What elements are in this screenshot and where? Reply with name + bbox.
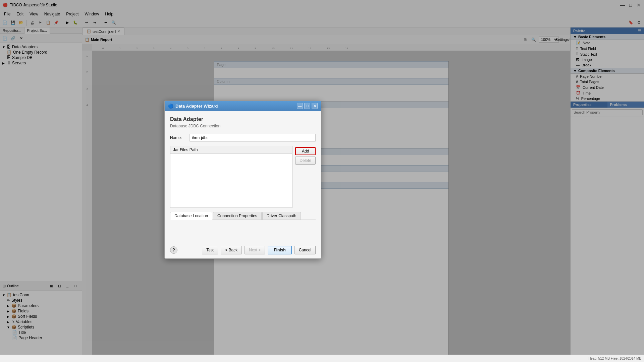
- dialog-tabs-strip: Database Location Connection Properties …: [170, 212, 316, 220]
- jar-section-container: Jar Files Path Add Delete: [170, 146, 316, 208]
- dialog-description: Database JDBC Connection: [170, 124, 316, 128]
- name-label: Name:: [170, 135, 187, 140]
- name-field-row: Name:: [170, 134, 316, 142]
- status-bar: Heap: 512 MB Free: 1024/2014 MB: [0, 355, 644, 362]
- status-text: Heap: 512 MB Free: 1024/2014 MB: [588, 357, 641, 360]
- tab-content-area: [170, 224, 316, 237]
- add-button[interactable]: Add: [295, 147, 316, 155]
- help-button[interactable]: ?: [170, 246, 177, 254]
- tab-driver-classpath[interactable]: Driver Classpath: [262, 212, 301, 220]
- jar-list-container: Jar Files Path: [170, 146, 292, 208]
- jar-list[interactable]: [170, 154, 292, 204]
- dialog-title: Data Adapter Wizard: [175, 104, 218, 109]
- dialog-footer: ? Test < Back Next > Finish Cancel: [165, 243, 321, 258]
- modal-overlay: 🔵 Data Adapter Wizard — □ ✕ Data Adapter…: [0, 0, 644, 362]
- dialog-minimize-button[interactable]: —: [297, 103, 303, 109]
- jar-action-buttons: Add Delete: [295, 146, 316, 208]
- data-adapter-dialog: 🔵 Data Adapter Wizard — □ ✕ Data Adapter…: [164, 101, 321, 259]
- next-button[interactable]: Next >: [245, 246, 265, 254]
- tab-connection-properties[interactable]: Connection Properties: [213, 212, 262, 220]
- footer-action-buttons: Test < Back Next > Finish Cancel: [202, 246, 316, 254]
- dialog-icon: 🔵: [168, 104, 173, 109]
- tab-database-location[interactable]: Database Location: [170, 212, 212, 220]
- jar-section-layout: Jar Files Path Add Delete: [170, 146, 316, 208]
- dialog-controls: — □ ✕: [297, 103, 318, 109]
- name-input[interactable]: [190, 134, 316, 142]
- dialog-titlebar: 🔵 Data Adapter Wizard — □ ✕: [165, 101, 321, 111]
- finish-button[interactable]: Finish: [268, 246, 291, 254]
- jar-label: Jar Files Path: [173, 147, 198, 152]
- delete-button[interactable]: Delete: [295, 157, 316, 165]
- jar-header: Jar Files Path: [170, 146, 292, 154]
- dialog-maximize-button[interactable]: □: [304, 103, 310, 109]
- dialog-subtitle: Data Adapter: [170, 116, 316, 122]
- dialog-close-button[interactable]: ✕: [312, 103, 318, 109]
- dialog-content: Data Adapter Database JDBC Connection Na…: [165, 111, 321, 243]
- test-button[interactable]: Test: [202, 246, 218, 254]
- back-button[interactable]: < Back: [221, 246, 242, 254]
- cancel-button[interactable]: Cancel: [294, 246, 316, 254]
